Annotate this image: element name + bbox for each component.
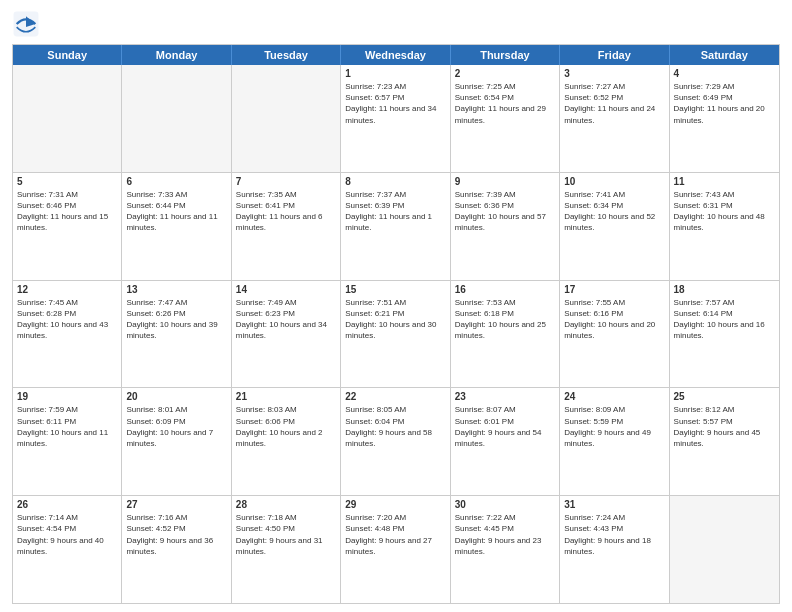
day-number: 6 — [126, 176, 226, 187]
calendar-cell: 5Sunrise: 7:31 AMSunset: 6:46 PMDaylight… — [13, 173, 122, 280]
calendar-cell: 18Sunrise: 7:57 AMSunset: 6:14 PMDayligh… — [670, 281, 779, 388]
calendar-cell — [13, 65, 122, 172]
calendar-cell: 4Sunrise: 7:29 AMSunset: 6:49 PMDaylight… — [670, 65, 779, 172]
logo — [12, 10, 44, 38]
day-number: 28 — [236, 499, 336, 510]
calendar-cell: 19Sunrise: 7:59 AMSunset: 6:11 PMDayligh… — [13, 388, 122, 495]
calendar-cell: 26Sunrise: 7:14 AMSunset: 4:54 PMDayligh… — [13, 496, 122, 603]
header-tuesday: Tuesday — [232, 45, 341, 65]
cell-details: Sunrise: 7:55 AMSunset: 6:16 PMDaylight:… — [564, 297, 664, 342]
day-number: 16 — [455, 284, 555, 295]
calendar-cell: 31Sunrise: 7:24 AMSunset: 4:43 PMDayligh… — [560, 496, 669, 603]
cell-details: Sunrise: 8:07 AMSunset: 6:01 PMDaylight:… — [455, 404, 555, 449]
cell-details: Sunrise: 7:29 AMSunset: 6:49 PMDaylight:… — [674, 81, 775, 126]
cell-details: Sunrise: 7:31 AMSunset: 6:46 PMDaylight:… — [17, 189, 117, 234]
calendar-cell — [122, 65, 231, 172]
calendar-cell: 16Sunrise: 7:53 AMSunset: 6:18 PMDayligh… — [451, 281, 560, 388]
day-number: 9 — [455, 176, 555, 187]
calendar-cell — [670, 496, 779, 603]
cell-details: Sunrise: 7:33 AMSunset: 6:44 PMDaylight:… — [126, 189, 226, 234]
day-number: 23 — [455, 391, 555, 402]
calendar-row-1: 1Sunrise: 7:23 AMSunset: 6:57 PMDaylight… — [13, 65, 779, 173]
calendar-cell: 14Sunrise: 7:49 AMSunset: 6:23 PMDayligh… — [232, 281, 341, 388]
cell-details: Sunrise: 7:47 AMSunset: 6:26 PMDaylight:… — [126, 297, 226, 342]
calendar-body: 1Sunrise: 7:23 AMSunset: 6:57 PMDaylight… — [13, 65, 779, 603]
cell-details: Sunrise: 8:05 AMSunset: 6:04 PMDaylight:… — [345, 404, 445, 449]
day-number: 1 — [345, 68, 445, 79]
calendar: Sunday Monday Tuesday Wednesday Thursday… — [12, 44, 780, 604]
day-number: 19 — [17, 391, 117, 402]
day-number: 24 — [564, 391, 664, 402]
calendar-cell: 9Sunrise: 7:39 AMSunset: 6:36 PMDaylight… — [451, 173, 560, 280]
calendar-row-3: 12Sunrise: 7:45 AMSunset: 6:28 PMDayligh… — [13, 281, 779, 389]
cell-details: Sunrise: 8:01 AMSunset: 6:09 PMDaylight:… — [126, 404, 226, 449]
calendar-cell: 25Sunrise: 8:12 AMSunset: 5:57 PMDayligh… — [670, 388, 779, 495]
header-saturday: Saturday — [670, 45, 779, 65]
calendar-cell: 28Sunrise: 7:18 AMSunset: 4:50 PMDayligh… — [232, 496, 341, 603]
calendar-cell: 11Sunrise: 7:43 AMSunset: 6:31 PMDayligh… — [670, 173, 779, 280]
calendar-cell: 29Sunrise: 7:20 AMSunset: 4:48 PMDayligh… — [341, 496, 450, 603]
day-number: 2 — [455, 68, 555, 79]
cell-details: Sunrise: 8:09 AMSunset: 5:59 PMDaylight:… — [564, 404, 664, 449]
day-number: 13 — [126, 284, 226, 295]
cell-details: Sunrise: 7:43 AMSunset: 6:31 PMDaylight:… — [674, 189, 775, 234]
day-number: 22 — [345, 391, 445, 402]
day-number: 14 — [236, 284, 336, 295]
cell-details: Sunrise: 8:12 AMSunset: 5:57 PMDaylight:… — [674, 404, 775, 449]
day-number: 11 — [674, 176, 775, 187]
cell-details: Sunrise: 7:41 AMSunset: 6:34 PMDaylight:… — [564, 189, 664, 234]
calendar-cell: 17Sunrise: 7:55 AMSunset: 6:16 PMDayligh… — [560, 281, 669, 388]
calendar-cell: 15Sunrise: 7:51 AMSunset: 6:21 PMDayligh… — [341, 281, 450, 388]
day-number: 25 — [674, 391, 775, 402]
day-number: 4 — [674, 68, 775, 79]
day-number: 7 — [236, 176, 336, 187]
calendar-cell: 8Sunrise: 7:37 AMSunset: 6:39 PMDaylight… — [341, 173, 450, 280]
cell-details: Sunrise: 7:45 AMSunset: 6:28 PMDaylight:… — [17, 297, 117, 342]
calendar-cell: 12Sunrise: 7:45 AMSunset: 6:28 PMDayligh… — [13, 281, 122, 388]
cell-details: Sunrise: 7:57 AMSunset: 6:14 PMDaylight:… — [674, 297, 775, 342]
calendar-cell: 1Sunrise: 7:23 AMSunset: 6:57 PMDaylight… — [341, 65, 450, 172]
day-number: 30 — [455, 499, 555, 510]
logo-icon — [12, 10, 40, 38]
header-monday: Monday — [122, 45, 231, 65]
calendar-cell: 30Sunrise: 7:22 AMSunset: 4:45 PMDayligh… — [451, 496, 560, 603]
day-number: 5 — [17, 176, 117, 187]
cell-details: Sunrise: 7:51 AMSunset: 6:21 PMDaylight:… — [345, 297, 445, 342]
cell-details: Sunrise: 7:18 AMSunset: 4:50 PMDaylight:… — [236, 512, 336, 557]
calendar-cell: 6Sunrise: 7:33 AMSunset: 6:44 PMDaylight… — [122, 173, 231, 280]
calendar-cell: 24Sunrise: 8:09 AMSunset: 5:59 PMDayligh… — [560, 388, 669, 495]
header-thursday: Thursday — [451, 45, 560, 65]
calendar-header: Sunday Monday Tuesday Wednesday Thursday… — [13, 45, 779, 65]
cell-details: Sunrise: 7:59 AMSunset: 6:11 PMDaylight:… — [17, 404, 117, 449]
cell-details: Sunrise: 7:14 AMSunset: 4:54 PMDaylight:… — [17, 512, 117, 557]
day-number: 3 — [564, 68, 664, 79]
cell-details: Sunrise: 7:16 AMSunset: 4:52 PMDaylight:… — [126, 512, 226, 557]
day-number: 29 — [345, 499, 445, 510]
calendar-cell: 7Sunrise: 7:35 AMSunset: 6:41 PMDaylight… — [232, 173, 341, 280]
cell-details: Sunrise: 7:35 AMSunset: 6:41 PMDaylight:… — [236, 189, 336, 234]
calendar-cell — [232, 65, 341, 172]
header-wednesday: Wednesday — [341, 45, 450, 65]
cell-details: Sunrise: 7:24 AMSunset: 4:43 PMDaylight:… — [564, 512, 664, 557]
calendar-cell: 20Sunrise: 8:01 AMSunset: 6:09 PMDayligh… — [122, 388, 231, 495]
day-number: 21 — [236, 391, 336, 402]
day-number: 18 — [674, 284, 775, 295]
cell-details: Sunrise: 7:53 AMSunset: 6:18 PMDaylight:… — [455, 297, 555, 342]
calendar-row-5: 26Sunrise: 7:14 AMSunset: 4:54 PMDayligh… — [13, 496, 779, 603]
cell-details: Sunrise: 7:49 AMSunset: 6:23 PMDaylight:… — [236, 297, 336, 342]
day-number: 12 — [17, 284, 117, 295]
cell-details: Sunrise: 7:20 AMSunset: 4:48 PMDaylight:… — [345, 512, 445, 557]
day-number: 10 — [564, 176, 664, 187]
calendar-row-4: 19Sunrise: 7:59 AMSunset: 6:11 PMDayligh… — [13, 388, 779, 496]
cell-details: Sunrise: 7:37 AMSunset: 6:39 PMDaylight:… — [345, 189, 445, 234]
header-friday: Friday — [560, 45, 669, 65]
header — [12, 10, 780, 38]
day-number: 20 — [126, 391, 226, 402]
cell-details: Sunrise: 7:39 AMSunset: 6:36 PMDaylight:… — [455, 189, 555, 234]
cell-details: Sunrise: 8:03 AMSunset: 6:06 PMDaylight:… — [236, 404, 336, 449]
day-number: 15 — [345, 284, 445, 295]
calendar-cell: 27Sunrise: 7:16 AMSunset: 4:52 PMDayligh… — [122, 496, 231, 603]
calendar-cell: 21Sunrise: 8:03 AMSunset: 6:06 PMDayligh… — [232, 388, 341, 495]
cell-details: Sunrise: 7:23 AMSunset: 6:57 PMDaylight:… — [345, 81, 445, 126]
cell-details: Sunrise: 7:22 AMSunset: 4:45 PMDaylight:… — [455, 512, 555, 557]
